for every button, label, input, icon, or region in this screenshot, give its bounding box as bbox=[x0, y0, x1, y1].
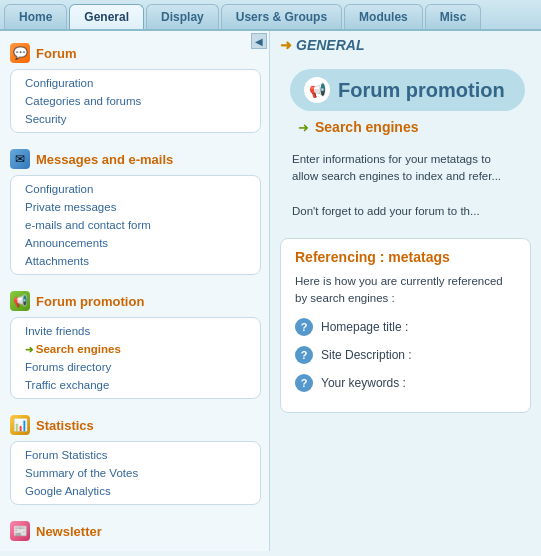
section-icon-statistics: 📊 bbox=[10, 415, 30, 435]
sidebar-item-traffic-exchange[interactable]: Traffic exchange bbox=[11, 376, 260, 394]
sidebar-items-statistics: Forum StatisticsSummary of the VotesGoog… bbox=[10, 441, 261, 505]
sidebar-items-forum-promotion: Invite friendsSearch enginesForums direc… bbox=[10, 317, 261, 399]
sidebar-item-configuration[interactable]: Configuration bbox=[11, 74, 260, 92]
ref-field-description: ? Site Description : bbox=[295, 346, 516, 364]
section-icon-newsletter: 📰 bbox=[10, 521, 30, 541]
sidebar-item-security[interactable]: Security bbox=[11, 110, 260, 128]
section-header-statistics: 📊Statistics bbox=[0, 407, 269, 439]
ref-field-homepage-label: Homepage title : bbox=[321, 320, 408, 334]
collapse-button[interactable]: ◀ bbox=[251, 33, 267, 49]
sidebar-item-forum-statistics[interactable]: Forum Statistics bbox=[11, 446, 260, 464]
sidebar-items-forum: ConfigurationCategories and forumsSecuri… bbox=[10, 69, 261, 133]
ref-box-title: Referencing : metatags bbox=[295, 249, 516, 265]
top-navigation: HomeGeneralDisplayUsers & GroupsModulesM… bbox=[0, 0, 541, 31]
sidebar: ◀ 💬ForumConfigurationCategories and foru… bbox=[0, 31, 270, 551]
content-area: GENERAL 📢 Forum promotion ➜ Search engin… bbox=[270, 31, 541, 551]
section-title-forum[interactable]: Forum bbox=[36, 46, 76, 61]
ref-box: Referencing : metatags Here is how you a… bbox=[280, 238, 531, 413]
section-title-forum-promotion[interactable]: Forum promotion bbox=[36, 294, 144, 309]
sidebar-item-invite-friends[interactable]: Invite friends bbox=[11, 322, 260, 340]
sidebar-item-emails-contact[interactable]: e-mails and contact form bbox=[11, 216, 260, 234]
sidebar-item-attachments[interactable]: Attachments bbox=[11, 252, 260, 270]
general-header: GENERAL bbox=[270, 31, 541, 59]
page-title: Forum promotion bbox=[338, 79, 505, 102]
section-title-messages-emails[interactable]: Messages and e-mails bbox=[36, 152, 173, 167]
sidebar-items-messages-emails: ConfigurationPrivate messagese-mails and… bbox=[10, 175, 261, 275]
main-container: ◀ 💬ForumConfigurationCategories and foru… bbox=[0, 31, 541, 551]
sidebar-item-config2[interactable]: Configuration bbox=[11, 180, 260, 198]
subtitle-text: Search engines bbox=[315, 119, 419, 135]
section-header-forum-promotion: 📢Forum promotion bbox=[0, 283, 269, 315]
description-text-1: Enter informations for your metatags to … bbox=[292, 153, 501, 182]
sidebar-item-summary-votes[interactable]: Summary of the Votes bbox=[11, 464, 260, 482]
general-label: GENERAL bbox=[296, 37, 364, 53]
section-icon-messages-emails: ✉ bbox=[10, 149, 30, 169]
title-icon: 📢 bbox=[304, 77, 330, 103]
nav-tab-general[interactable]: General bbox=[69, 4, 144, 29]
nav-tab-home[interactable]: Home bbox=[4, 4, 67, 29]
sidebar-item-forums-directory[interactable]: Forums directory bbox=[11, 358, 260, 376]
ref-field-description-label: Site Description : bbox=[321, 348, 412, 362]
description-box: Enter informations for your metatags to … bbox=[280, 143, 531, 228]
subtitle-row: ➜ Search engines bbox=[270, 115, 541, 143]
subtitle-arrow-icon: ➜ bbox=[298, 120, 309, 135]
section-header-forum: 💬Forum bbox=[0, 35, 269, 67]
title-bubble: 📢 Forum promotion bbox=[290, 69, 525, 111]
nav-tab-users-groups[interactable]: Users & Groups bbox=[221, 4, 342, 29]
nav-tab-display[interactable]: Display bbox=[146, 4, 219, 29]
section-title-statistics[interactable]: Statistics bbox=[36, 418, 94, 433]
help-icon-keywords[interactable]: ? bbox=[295, 374, 313, 392]
section-title-newsletter[interactable]: Newsletter bbox=[36, 524, 102, 539]
nav-tab-modules[interactable]: Modules bbox=[344, 4, 423, 29]
ref-field-keywords: ? Your keywords : bbox=[295, 374, 516, 392]
sidebar-item-announcements[interactable]: Announcements bbox=[11, 234, 260, 252]
description-text-2: Don't forget to add your forum to th... bbox=[292, 205, 480, 217]
title-area: 📢 Forum promotion bbox=[270, 59, 541, 115]
sidebar-item-search-engines[interactable]: Search engines bbox=[11, 340, 260, 358]
nav-tab-misc[interactable]: Misc bbox=[425, 4, 482, 29]
sidebar-item-google-analytics[interactable]: Google Analytics bbox=[11, 482, 260, 500]
section-header-messages-emails: ✉Messages and e-mails bbox=[0, 141, 269, 173]
ref-box-desc: Here is how you are currently referenced… bbox=[295, 273, 516, 308]
ref-field-homepage: ? Homepage title : bbox=[295, 318, 516, 336]
sidebar-item-categories-forums[interactable]: Categories and forums bbox=[11, 92, 260, 110]
help-icon-description[interactable]: ? bbox=[295, 346, 313, 364]
section-icon-forum: 💬 bbox=[10, 43, 30, 63]
sidebar-item-private-messages[interactable]: Private messages bbox=[11, 198, 260, 216]
section-icon-forum-promotion: 📢 bbox=[10, 291, 30, 311]
section-header-newsletter: 📰Newsletter bbox=[0, 513, 269, 545]
ref-field-keywords-label: Your keywords : bbox=[321, 376, 406, 390]
help-icon-homepage[interactable]: ? bbox=[295, 318, 313, 336]
